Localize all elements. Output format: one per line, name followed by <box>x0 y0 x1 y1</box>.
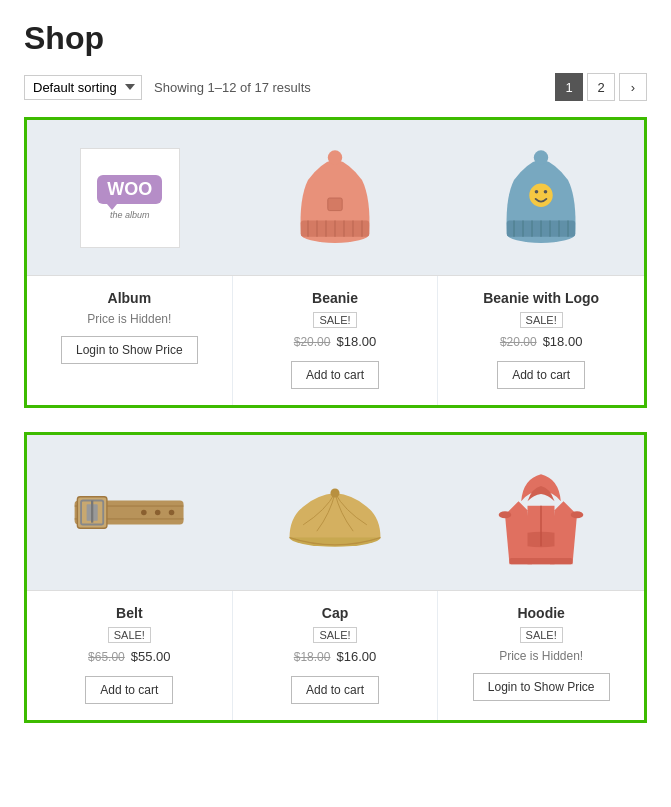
beanie-logo-price-new: $18.00 <box>543 334 583 349</box>
beanie-sale-badge: SALE! <box>313 312 356 328</box>
beanie-logo-price-old: $20.00 <box>500 335 537 349</box>
svg-point-38 <box>499 511 512 518</box>
product-info-row-2: Belt SALE! $65.00 $55.00 Add to cart Cap… <box>27 590 644 720</box>
beanie-logo-card: Beanie with Logo SALE! $20.00 $18.00 Add… <box>438 276 644 405</box>
pagination: 1 2 › <box>555 73 647 101</box>
cap-price-new: $16.00 <box>336 649 376 664</box>
cap-add-to-cart[interactable]: Add to cart <box>291 676 379 704</box>
beanie-price-row: $20.00 $18.00 <box>294 334 376 349</box>
cap-sale-badge: SALE! <box>313 627 356 643</box>
woo-logo: WOO <box>97 175 162 204</box>
toolbar-left: Default sorting Showing 1–12 of 17 resul… <box>24 75 311 100</box>
beanie-image-cell <box>233 120 439 275</box>
album-image: WOO the album <box>80 148 180 248</box>
svg-point-31 <box>141 510 147 516</box>
svg-point-22 <box>544 189 548 193</box>
cap-card: Cap SALE! $18.00 $16.00 Add to cart <box>233 591 439 720</box>
beanie-price-new: $18.00 <box>336 334 376 349</box>
sort-select[interactable]: Default sorting <box>24 75 142 100</box>
svg-point-35 <box>331 488 340 497</box>
cap-price-row: $18.00 $16.00 <box>294 649 376 664</box>
svg-rect-40 <box>510 558 573 564</box>
hoodie-sale-badge: SALE! <box>520 627 563 643</box>
beanie-card: Beanie SALE! $20.00 $18.00 Add to cart <box>233 276 439 405</box>
toolbar: Default sorting Showing 1–12 of 17 resul… <box>24 73 647 101</box>
page-title: Shop <box>24 20 647 57</box>
product-image-row-2 <box>27 435 644 590</box>
hoodie-card: Hoodie SALE! Price is Hidden! Login to S… <box>438 591 644 720</box>
svg-point-20 <box>529 183 552 206</box>
svg-point-21 <box>535 189 539 193</box>
cap-image <box>285 472 385 554</box>
album-card: Album Price is Hidden! Login to Show Pri… <box>27 276 233 405</box>
results-count: Showing 1–12 of 17 results <box>154 80 311 95</box>
svg-point-32 <box>155 510 161 516</box>
belt-sale-badge: SALE! <box>108 627 151 643</box>
hoodie-price-hidden: Price is Hidden! <box>499 649 583 663</box>
cap-price-old: $18.00 <box>294 650 331 664</box>
beanie-logo-name: Beanie with Logo <box>483 290 599 306</box>
belt-name: Belt <box>116 605 142 621</box>
beanie-price-old: $20.00 <box>294 335 331 349</box>
page-2-button[interactable]: 2 <box>587 73 615 101</box>
cap-name: Cap <box>322 605 348 621</box>
hoodie-image-cell <box>438 435 644 590</box>
product-row-2: Belt SALE! $65.00 $55.00 Add to cart Cap… <box>24 432 647 723</box>
belt-add-to-cart[interactable]: Add to cart <box>85 676 173 704</box>
page-1-button[interactable]: 1 <box>555 73 583 101</box>
hoodie-login-btn[interactable]: Login to Show Price <box>473 673 610 701</box>
album-image-cell: WOO the album <box>27 120 233 275</box>
beanie-image <box>290 148 380 248</box>
belt-price-old: $65.00 <box>88 650 125 664</box>
svg-point-33 <box>169 510 175 516</box>
beanie-logo-add-to-cart[interactable]: Add to cart <box>497 361 585 389</box>
svg-point-39 <box>571 511 584 518</box>
album-price-hidden: Price is Hidden! <box>87 312 171 326</box>
belt-price-new: $55.00 <box>131 649 171 664</box>
belt-card: Belt SALE! $65.00 $55.00 Add to cart <box>27 591 233 720</box>
beanie-name: Beanie <box>312 290 358 306</box>
product-info-row-1: Album Price is Hidden! Login to Show Pri… <box>27 275 644 405</box>
svg-point-23 <box>534 150 548 164</box>
beanie-logo-image-cell <box>438 120 644 275</box>
album-subtitle: the album <box>110 210 150 220</box>
album-name: Album <box>108 290 152 306</box>
beanie-logo-sale-badge: SALE! <box>520 312 563 328</box>
product-row-1: WOO the album <box>24 117 647 408</box>
beanie-add-to-cart[interactable]: Add to cart <box>291 361 379 389</box>
hoodie-name: Hoodie <box>517 605 564 621</box>
svg-rect-9 <box>328 198 342 211</box>
belt-price-row: $65.00 $55.00 <box>88 649 170 664</box>
hoodie-image <box>496 460 586 565</box>
album-login-btn[interactable]: Login to Show Price <box>61 336 198 364</box>
belt-image <box>70 480 190 545</box>
beanie-logo-image <box>496 148 586 248</box>
belt-image-cell <box>27 435 233 590</box>
svg-point-10 <box>328 150 342 164</box>
page-next-button[interactable]: › <box>619 73 647 101</box>
product-image-row-1: WOO the album <box>27 120 644 275</box>
beanie-logo-price-row: $20.00 $18.00 <box>500 334 582 349</box>
cap-image-cell <box>233 435 439 590</box>
